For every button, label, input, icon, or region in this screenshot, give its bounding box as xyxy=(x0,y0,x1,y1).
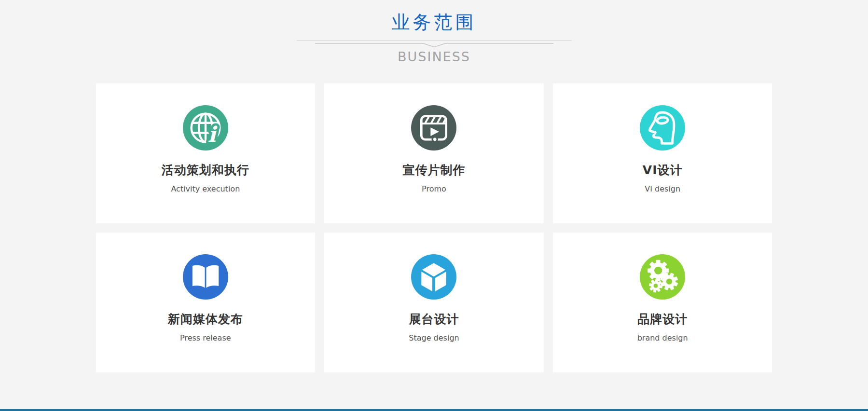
service-subtitle: Stage design xyxy=(324,333,544,342)
bottom-divider-bar xyxy=(0,409,868,411)
section-title: 业务范围 xyxy=(0,11,868,34)
service-subtitle: Promo xyxy=(324,184,544,193)
services-grid: i 活动策划和执行 Activity execution xyxy=(96,83,772,372)
service-title: 活动策划和执行 xyxy=(96,162,316,178)
gears-icon xyxy=(640,254,685,300)
section-header: 业务范围 BUSINESS xyxy=(0,0,868,65)
service-subtitle: Press release xyxy=(96,333,316,342)
service-title: 宣传片制作 xyxy=(324,162,544,178)
service-subtitle: VI design xyxy=(553,184,772,193)
open-book-icon xyxy=(183,254,228,300)
service-card-promo[interactable]: 宣传片制作 Promo xyxy=(324,83,544,223)
globe-info-icon: i xyxy=(183,105,228,151)
service-card-press[interactable]: 新闻媒体发布 Press release xyxy=(96,233,316,372)
clapperboard-play-icon xyxy=(411,105,456,151)
business-section-page: 业务范围 BUSINESS xyxy=(0,0,868,411)
service-title: 新闻媒体发布 xyxy=(96,311,316,327)
head-profile-icon xyxy=(640,105,685,151)
service-title: 品牌设计 xyxy=(553,311,772,327)
service-card-stage[interactable]: 展台设计 Stage design xyxy=(324,233,544,372)
service-title: 展台设计 xyxy=(324,311,544,327)
service-subtitle: brand design xyxy=(553,333,772,342)
service-card-brand[interactable]: 品牌设计 brand design xyxy=(553,233,772,372)
service-card-activity[interactable]: i 活动策划和执行 Activity execution xyxy=(96,83,316,223)
cube-icon xyxy=(411,254,456,300)
section-subtitle: BUSINESS xyxy=(0,49,868,65)
service-subtitle: Activity execution xyxy=(96,184,316,193)
svg-text:i: i xyxy=(207,122,218,147)
divider-chevron xyxy=(297,39,572,48)
service-card-vi-design[interactable]: VI设计 VI design xyxy=(553,83,772,223)
service-title: VI设计 xyxy=(553,162,772,178)
